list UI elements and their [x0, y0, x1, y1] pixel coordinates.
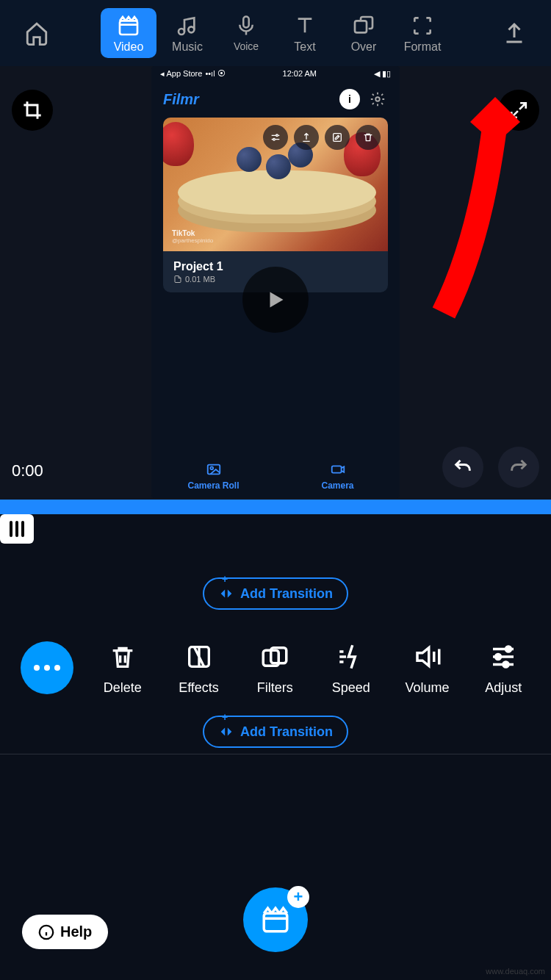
image-icon	[206, 461, 222, 478]
trash-icon	[108, 642, 137, 671]
tab-label: Format	[404, 40, 442, 54]
tab-music[interactable]: Music	[159, 8, 215, 58]
timestamp: 0:00	[12, 461, 43, 480]
speed-icon	[336, 641, 367, 672]
play-icon	[262, 287, 289, 313]
svg-point-17	[503, 662, 508, 667]
thumb-delete-button[interactable]	[356, 125, 381, 150]
filters-icon	[259, 641, 290, 672]
svg-point-10	[210, 466, 213, 469]
music-icon	[176, 14, 199, 37]
home-button[interactable]	[15, 11, 59, 55]
tab-label: Over	[351, 40, 377, 54]
camera-roll-button[interactable]: Camera Roll	[151, 454, 276, 498]
svg-rect-11	[331, 466, 341, 472]
undo-button[interactable]	[442, 447, 483, 488]
tab-format[interactable]: Format	[395, 8, 450, 58]
edit-section: + Add Transition Delete Effects Filters …	[0, 577, 551, 754]
top-toolbar: Video Music Voice Text Over Format	[0, 0, 551, 66]
fullscreen-button[interactable]	[498, 90, 539, 131]
tab-text[interactable]: Text	[277, 8, 333, 58]
clapperboard-icon	[117, 14, 140, 37]
more-button[interactable]	[21, 641, 73, 694]
redo-icon	[508, 457, 529, 478]
play-button[interactable]	[242, 267, 309, 333]
watermark-tiktok: TikTok @parthespinido	[172, 229, 213, 244]
svg-rect-8	[334, 134, 342, 142]
camera-icon	[330, 461, 346, 478]
svg-rect-9	[207, 465, 220, 475]
svg-rect-0	[120, 21, 137, 35]
preview-canvas[interactable]: ◂ App Store••ıl ⦿ 12:02 AM ◀ ▮▯ Filmr i	[151, 66, 400, 498]
thumb-share-button[interactable]	[294, 125, 319, 150]
add-clip-button[interactable]: +	[243, 887, 308, 952]
home-icon	[24, 21, 49, 46]
svg-rect-3	[243, 17, 249, 28]
file-icon	[173, 275, 182, 284]
transition-icon	[218, 586, 234, 602]
svg-rect-4	[355, 21, 367, 32]
crop-icon	[22, 100, 43, 120]
project-thumbnail: TikTok @parthespinido	[163, 118, 388, 251]
mode-tabs: Video Music Voice Text Over Format	[59, 8, 492, 58]
timeline-handle[interactable]	[0, 514, 34, 544]
undo-icon	[453, 457, 473, 478]
thumb-settings-button[interactable]	[263, 125, 288, 150]
crop-button[interactable]	[12, 90, 53, 131]
edit-tools: Delete Effects Filters Speed Volume Adju…	[0, 620, 551, 716]
phone-statusbar: ◂ App Store••ıl ⦿ 12:02 AM ◀ ▮▯	[151, 66, 400, 81]
share-icon	[300, 131, 312, 143]
statusbar-back-text: ◂ App Store	[160, 69, 202, 79]
phone-header: Filmr i	[151, 81, 400, 118]
help-button[interactable]: Help	[22, 915, 108, 949]
upload-icon	[501, 20, 527, 46]
adjust-icon	[488, 641, 519, 672]
statusbar-time: 12:02 AM	[283, 69, 317, 78]
tool-speed[interactable]: Speed	[324, 641, 378, 696]
svg-point-15	[506, 646, 511, 652]
tab-over[interactable]: Over	[336, 8, 392, 58]
tool-effects[interactable]: Effects	[172, 641, 226, 696]
svg-point-7	[273, 138, 276, 140]
tab-label: Video	[114, 40, 144, 54]
info-button[interactable]: i	[339, 89, 360, 109]
format-icon	[411, 14, 434, 37]
edit-icon	[331, 131, 343, 143]
tab-voice[interactable]: Voice	[218, 8, 274, 58]
thumb-edit-button[interactable]	[325, 125, 350, 150]
effects-icon	[184, 642, 214, 671]
thumbnail-actions	[263, 125, 381, 150]
text-icon	[293, 14, 317, 37]
sliders-icon	[270, 131, 281, 143]
tool-delete[interactable]: Delete	[96, 641, 150, 696]
clapperboard-icon	[260, 904, 291, 935]
tool-filters[interactable]: Filters	[248, 641, 302, 696]
add-transition-top[interactable]: + Add Transition	[203, 577, 348, 610]
camera-button[interactable]: Camera	[276, 454, 400, 498]
tool-volume[interactable]: Volume	[400, 641, 455, 696]
timeline-strip[interactable]	[0, 500, 551, 514]
preview-area: ◂ App Store••ıl ⦿ 12:02 AM ◀ ▮▯ Filmr i	[0, 66, 551, 500]
phone-bottom-nav: Camera Roll Camera	[151, 454, 400, 498]
expand-icon	[509, 101, 528, 120]
app-logo: Filmr	[163, 91, 332, 108]
svg-rect-18	[264, 913, 287, 932]
tool-adjust[interactable]: Adjust	[476, 641, 530, 696]
svg-point-5	[375, 97, 380, 101]
trash-icon	[362, 131, 374, 143]
volume-icon	[412, 641, 443, 672]
settings-button[interactable]	[367, 89, 388, 109]
svg-point-6	[276, 134, 278, 137]
page-watermark: www.deuaq.com	[486, 967, 545, 976]
tab-video[interactable]: Video	[101, 8, 156, 58]
tab-label: Music	[172, 40, 203, 54]
tab-label: Voice	[234, 40, 259, 52]
plus-badge: +	[287, 886, 309, 908]
tab-label: Text	[294, 40, 315, 54]
svg-point-16	[496, 654, 501, 659]
export-button[interactable]	[492, 11, 536, 55]
overlay-icon	[352, 14, 375, 37]
redo-button[interactable]	[498, 447, 539, 488]
microphone-icon	[235, 15, 257, 37]
add-transition-bottom[interactable]: + Add Transition	[203, 716, 348, 748]
